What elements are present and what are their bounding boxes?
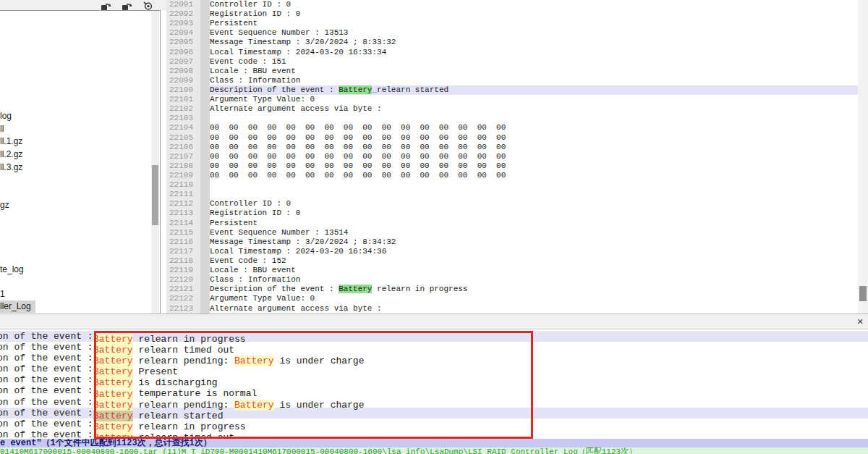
result-row[interactable]: on of the event :Battery relearn in prog… [0,419,868,429]
result-prefix: on of the event : [0,397,93,408]
file-list-item[interactable]: ll.1.gz [0,135,27,148]
result-prefix: on of the event : [0,342,93,353]
line-number: 22114 [166,219,200,228]
result-text: is under charge [274,356,365,366]
result-row[interactable]: on of the event :Battery relearn started [0,408,868,419]
search-summary-bar: e event"（1个文件中匹配到1123次，总计查找1次） [0,439,868,447]
editor-line: Locale : BBU event [210,67,858,76]
line-number: 22117 [166,247,200,256]
line-number: 22113 [166,209,200,218]
editor-line: Argument Type Value: 0 [210,95,858,104]
log-viewer-app: logllll.1.gzll.2.gzll.3.gzgzte_log1ller_… [0,0,868,454]
result-prefix: on of the event : [0,419,93,429]
editor-line: Event Sequence Number : 13513 [210,28,858,38]
editor-line: Argument Type Value: 0 [210,294,858,303]
result-row[interactable]: on of the event :Battery relearn pending… [0,353,868,363]
editor-line: 00 00 00 00 00 00 00 00 00 00 00 00 00 0… [210,123,858,133]
editor-text: Description of the event : [210,285,339,293]
export-log-icon[interactable] [101,1,111,9]
result-row[interactable]: on of the event :Battery relearn pending… [0,397,868,408]
result-text: is under charge [274,400,365,411]
editor-line: 00 00 00 00 00 00 00 00 00 00 00 00 00 0… [210,133,858,143]
results-panel-header: ✕ [0,314,868,329]
line-number: 22116 [166,237,200,247]
editor-line: Local Timestamp : 2024-03-20 16:34:36 [210,247,858,256]
result-prefix: on of the event : [0,353,93,363]
result-row[interactable]: on of the event :Battery relearn timed o… [0,342,868,353]
line-number: 22097 [166,57,200,67]
editor-text: relearn in progress [372,285,467,293]
editor-line: Controller ID : 0 [210,0,858,9]
editor-line: Controller ID : 0 [210,199,858,209]
result-row[interactable]: on of the event :Battery temperature is … [0,385,868,396]
editor-line: Event Sequence Number : 13514 [210,228,858,237]
line-number: 22123 [166,304,200,314]
editor-line [210,190,858,199]
sidebar-toolbar [0,0,166,10]
line-number: 22107 [166,152,200,161]
line-number: 22092 [166,9,200,19]
editor-line: Description of the event : Battery relea… [210,285,858,294]
target-icon[interactable] [143,1,153,9]
line-number: 22094 [166,28,200,38]
editor-scrollbar-thumb[interactable] [859,286,867,301]
editor-line: 00 00 00 00 00 00 00 00 00 00 00 00 00 0… [210,161,858,171]
line-number: 22099 [166,76,200,85]
editor-line: Alternate argument access via byte : [210,304,858,314]
close-icon[interactable]: ✕ [855,316,865,327]
editor-line: Message Timestamp : 3/20/2024 ; 8:33:32 [210,38,858,47]
line-number: 22100 [166,85,200,95]
result-row[interactable]: on of the event :Battery Present [0,363,868,374]
file-list-item[interactable]: ll.2.gz [0,148,27,161]
editor-line: 00 00 00 00 00 00 00 00 00 00 00 00 00 0… [210,143,858,152]
match-highlight: Battery [234,356,274,366]
file-list-item[interactable]: te_log [0,264,28,276]
file-list-item[interactable]: ll.3.gz [0,161,27,174]
editor-line: Class : Information [210,275,858,285]
file-list-item[interactable]: ll [0,123,8,135]
gutter: 2209122092220932209422095220962209722098… [166,0,200,314]
line-number: 22118 [166,256,200,266]
result-row[interactable]: on of the event :Battery is discharging [0,374,868,385]
line-number: 22108 [166,161,200,171]
editor-lines: Controller ID : 0Registration ID : 0Pers… [210,0,858,314]
line-number: 22119 [166,266,200,275]
line-number: 22101 [166,95,200,104]
results-panel: on of the event :Battery relearn in prog… [0,329,868,440]
line-number: 22105 [166,133,200,143]
editor-text: relearn started [377,85,448,94]
file-list-panel: logllll.1.gzll.2.gzll.3.gzgzte_log1ller_… [0,10,161,314]
editor-line [210,180,858,190]
editor-line: Persistent [210,19,858,28]
result-prefix: on of the event : [0,385,93,396]
sidebar-scrollbar-thumb[interactable] [152,165,158,225]
editor-line: Persistent [210,219,858,228]
line-number: 22111 [166,190,200,199]
file-list-item[interactable]: gz [0,199,14,211]
result-row[interactable]: on of the event :Battery relearn in prog… [0,331,868,342]
sidebar-scrollbar[interactable] [151,11,159,314]
editor-line: Registration ID : 0 [210,209,858,218]
editor-line: Alternate argument access via byte : [210,104,858,114]
editor-scrollbar[interactable] [858,0,868,314]
line-number: 22095 [166,38,200,47]
editor-line: 00 00 00 00 00 00 00 00 00 00 00 00 00 0… [210,152,858,161]
file-list-item[interactable]: log [0,110,16,122]
editor-line: 00 00 00 00 00 00 00 00 00 00 00 00 00 0… [210,171,858,180]
gutter-strip [200,0,210,314]
search-match-highlight: Battery [339,85,372,94]
match-highlight: Battery [234,400,274,411]
editor-line: Registration ID : 0 [210,9,858,19]
editor-line: Locale : BBU event [210,266,858,275]
export-log-2-icon[interactable] [122,1,132,9]
line-number: 22106 [166,143,200,152]
editor-line: Description of the event : Battery_relea… [210,85,858,95]
line-number: 22121 [166,285,200,294]
file-list-item[interactable]: ller_Log [0,300,35,313]
result-prefix: on of the event : [0,408,93,419]
line-number: 22122 [166,294,200,303]
log-editor[interactable]: 2209122092220932209422095220962209722098… [166,0,858,314]
line-number: 22104 [166,123,200,133]
editor-line: Class : Information [210,76,858,85]
file-list-item[interactable]: 1 [0,288,9,300]
